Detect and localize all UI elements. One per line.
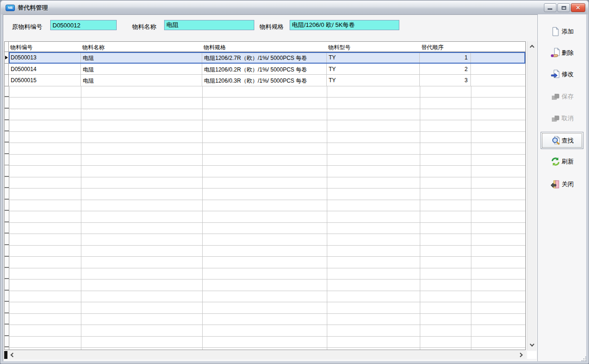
resize-grip-icon[interactable] [580,355,586,361]
cancel-icon [550,113,561,124]
save-button: 保存 [541,90,583,104]
app-window: NB 替代料管理 ✕ 原物料编号 物料名称 物料规格 物料编号物料名称物料 [0,0,589,364]
titlebar[interactable]: NB 替代料管理 ✕ [1,1,588,14]
delete-button[interactable]: 删除 [541,46,583,60]
app-logo-icon: NB [6,5,15,11]
maximize-icon [562,6,566,10]
scroll-down-icon[interactable] [530,342,535,347]
source-material-code-input[interactable] [50,20,117,30]
selector-header-cell [5,42,9,52]
vertical-scrollbar[interactable] [527,41,536,350]
current-row-marker-icon [5,56,8,59]
horizontal-scrollbar-thumb[interactable] [4,351,7,359]
column-header[interactable]: 物料型号 [327,42,420,52]
action-panel: 添加 删除 修改 保存 取消 查找 刷新 关闭 [537,14,586,361]
cell-material-code: D0500015 [9,75,81,86]
save-icon [550,91,561,102]
cell-material-model: TY [327,75,420,86]
data-grid: 物料编号物料名称物料规格物料型号替代顺序 D0500013 电阻 电阻1206/… [4,41,526,350]
grid-rows: D0500013 电阻 电阻1206/2.7R（欧）/1%/ 5000PCS 每… [5,52,525,86]
cell-material-code: D0500014 [9,64,81,75]
cell-extra [471,52,525,63]
scroll-up-icon[interactable] [530,45,535,50]
material-name-input[interactable] [164,20,254,30]
cell-substitute-order: 3 [420,75,471,86]
row-selector-cell [5,52,9,64]
grid-line [420,52,420,350]
table-row[interactable]: D0500014 电阻 电阻1206/0.2R（欧）/1%/ 5000PCS 每… [5,64,525,75]
grid-empty-rows [5,52,525,350]
cancel-button: 取消 [541,111,583,125]
cell-material-name: 电阻 [81,52,202,63]
refresh-button[interactable]: 刷新 [541,155,583,169]
client-area: 原物料编号 物料名称 物料规格 物料编号物料名称物料规格物料型号替代顺序 D05… [3,14,586,361]
minimize-icon [548,8,552,10]
add-document-icon [550,26,561,37]
edit-document-icon [550,69,561,79]
column-header[interactable] [471,42,525,52]
column-header[interactable]: 替代顺序 [420,42,471,52]
column-header[interactable]: 物料编号 [9,42,81,52]
grid-line [81,52,81,350]
row-selector-column [5,86,9,350]
scroll-right-icon[interactable] [518,353,523,358]
grid-line [327,52,327,350]
minimize-button[interactable] [544,3,556,12]
close-icon: ✕ [571,4,585,12]
add-button[interactable]: 添加 [541,25,583,39]
column-header[interactable]: 物料规格 [202,42,327,52]
cell-material-name: 电阻 [81,75,202,86]
cell-material-spec: 电阻1206/2.7R（欧）/1%/ 5000PCS 每卷 [202,52,327,63]
cell-material-name: 电阻 [81,64,202,75]
cell-extra [471,64,525,75]
close-button[interactable]: 关闭 [541,177,583,191]
column-header[interactable]: 物料名称 [81,42,202,52]
cell-extra [471,75,525,86]
grid-line [471,52,471,350]
material-spec-input[interactable] [290,20,399,30]
scrollbar-corner [527,351,536,359]
cell-substitute-order: 1 [420,52,471,63]
maximize-button[interactable] [557,3,570,12]
cell-material-model: TY [327,64,420,75]
modify-button[interactable]: 修改 [541,67,583,81]
close-button[interactable]: ✕ [571,3,585,12]
material-spec-label: 物料规格 [259,23,284,31]
cell-material-spec: 电阻1206/0.3R（欧）/1%/ 5000PCS 每卷 [202,75,327,86]
window-title: 替代料管理 [18,4,48,12]
horizontal-scrollbar[interactable] [4,351,526,359]
table-row[interactable]: D0500013 电阻 电阻1206/2.7R（欧）/1%/ 5000PCS 每… [5,52,525,64]
source-material-code-label: 原物料编号 [12,23,42,31]
cell-material-spec: 电阻1206/0.2R（欧）/1%/ 5000PCS 每卷 [202,64,327,75]
scroll-left-icon[interactable] [11,353,15,358]
search-icon [550,136,561,146]
cell-substitute-order: 2 [420,64,471,75]
cell-material-model: TY [327,52,420,63]
table-row[interactable]: D0500015 电阻 电阻1206/0.3R（欧）/1%/ 5000PCS 每… [5,75,525,86]
delete-hand-icon [550,48,561,58]
material-name-label: 物料名称 [132,23,156,31]
refresh-icon [550,156,561,167]
cell-material-code: D0500013 [9,52,81,63]
find-button[interactable]: 查找 [541,132,583,149]
grid-line [202,52,203,350]
row-selector-cell [5,75,9,86]
row-selector-cell [5,64,9,75]
grid-line [9,42,9,350]
grid-header: 物料编号物料名称物料规格物料型号替代顺序 [5,42,525,52]
exit-door-icon [550,179,561,189]
